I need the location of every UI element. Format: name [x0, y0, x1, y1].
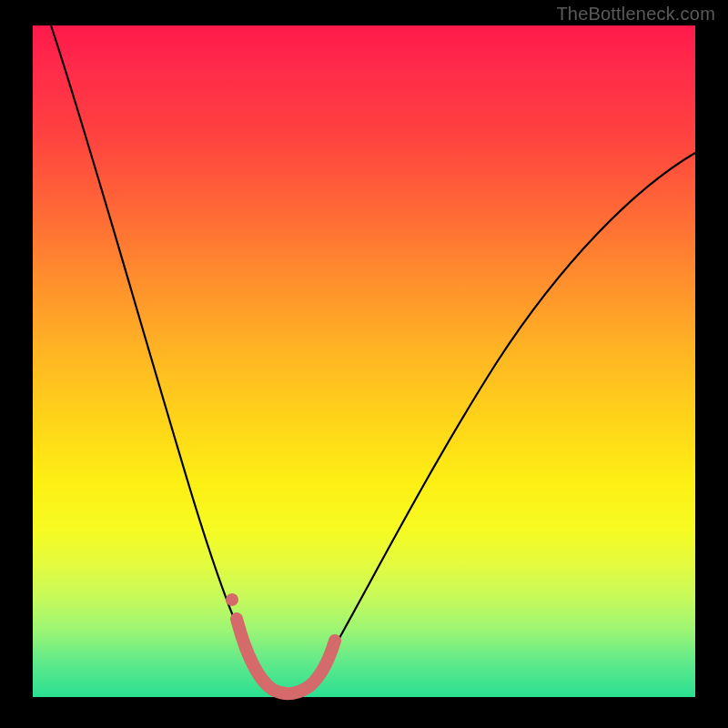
highlight-band: [237, 619, 335, 693]
bottleneck-curve: [51, 25, 695, 693]
plot-area: [33, 25, 695, 697]
chart-frame: TheBottleneck.com: [0, 0, 728, 728]
curve-layer: [33, 25, 695, 697]
highlight-dot: [226, 593, 238, 606]
watermark-label: TheBottleneck.com: [556, 4, 715, 25]
